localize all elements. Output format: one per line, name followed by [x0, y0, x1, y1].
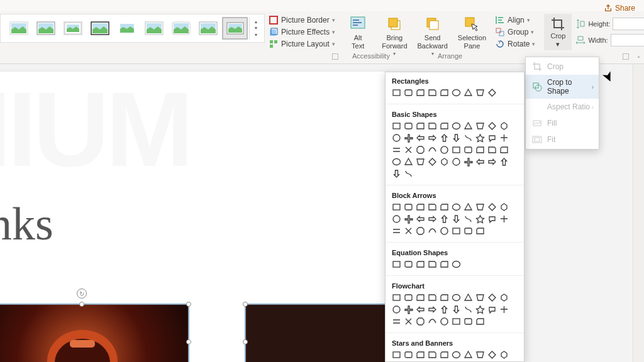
- shape-option[interactable]: [474, 87, 486, 99]
- align-button[interactable]: Align ▾: [495, 15, 535, 25]
- shape-option[interactable]: [486, 120, 498, 132]
- shape-option[interactable]: [498, 144, 510, 156]
- size-dialog-launcher[interactable]: [623, 53, 629, 60]
- shape-option[interactable]: [391, 120, 402, 132]
- shape-option[interactable]: [450, 258, 462, 270]
- shape-option[interactable]: [391, 304, 402, 315]
- shape-option[interactable]: [486, 292, 498, 304]
- shape-option[interactable]: [486, 213, 498, 225]
- shape-option[interactable]: [391, 315, 402, 327]
- picture-style-thumb[interactable]: [33, 17, 58, 40]
- shape-option[interactable]: [450, 292, 462, 304]
- shape-option[interactable]: [438, 87, 450, 99]
- shape-option[interactable]: [402, 258, 414, 270]
- shape-option[interactable]: [462, 87, 474, 99]
- shape-option[interactable]: [438, 144, 450, 156]
- shape-option[interactable]: [474, 201, 486, 213]
- shape-option[interactable]: [450, 225, 462, 237]
- shape-option[interactable]: [402, 315, 414, 327]
- shape-option[interactable]: [498, 304, 510, 315]
- send-backward-button[interactable]: Send Backward▾: [413, 14, 453, 58]
- shape-option[interactable]: [450, 87, 462, 99]
- resize-handle[interactable]: [186, 302, 191, 307]
- shape-option[interactable]: [450, 156, 462, 168]
- shape-option[interactable]: [462, 213, 474, 225]
- shape-option[interactable]: [426, 120, 438, 132]
- shape-option[interactable]: [462, 292, 474, 304]
- shape-option[interactable]: [438, 349, 450, 361]
- shape-option[interactable]: [414, 156, 426, 168]
- shape-option[interactable]: [498, 349, 510, 361]
- shape-option[interactable]: [474, 315, 486, 327]
- picture-styles-gallery[interactable]: ▴▾▾: [0, 14, 265, 43]
- resize-handle[interactable]: [243, 302, 248, 307]
- shape-option[interactable]: [438, 132, 450, 144]
- shape-option[interactable]: [438, 120, 450, 132]
- picture-border-button[interactable]: Picture Border ▾: [269, 15, 335, 25]
- shape-option[interactable]: [450, 213, 462, 225]
- shape-option[interactable]: [426, 201, 438, 213]
- shape-option[interactable]: [474, 304, 486, 315]
- shape-option[interactable]: [474, 120, 486, 132]
- picture-style-thumb[interactable]: [168, 17, 194, 40]
- shape-option[interactable]: [486, 132, 498, 144]
- vertical-scrollbar[interactable]: [633, 64, 644, 362]
- shape-option[interactable]: [486, 144, 498, 156]
- shape-option[interactable]: [486, 87, 498, 99]
- shape-option[interactable]: [462, 225, 474, 237]
- shape-option[interactable]: [438, 304, 450, 315]
- shape-option[interactable]: [474, 225, 486, 237]
- shape-option[interactable]: [462, 201, 474, 213]
- shape-option[interactable]: [450, 349, 462, 361]
- shape-option[interactable]: [486, 201, 498, 213]
- shape-option[interactable]: [438, 258, 450, 270]
- shape-option[interactable]: [498, 132, 510, 144]
- shape-option[interactable]: [462, 349, 474, 361]
- bring-forward-button[interactable]: Bring Forward▾: [377, 14, 412, 58]
- shape-option[interactable]: [438, 292, 450, 304]
- resize-handle[interactable]: [243, 339, 248, 344]
- shape-option[interactable]: [414, 87, 426, 99]
- shape-option[interactable]: [438, 225, 450, 237]
- shape-option[interactable]: [438, 315, 450, 327]
- selection-pane-button[interactable]: Selection Pane: [453, 14, 491, 51]
- shape-option[interactable]: [450, 304, 462, 315]
- picture-styles-dialog-launcher[interactable]: [332, 53, 338, 60]
- shape-option[interactable]: [474, 144, 486, 156]
- shape-option[interactable]: [414, 225, 426, 237]
- picture-style-thumb[interactable]: [114, 17, 140, 40]
- shape-option[interactable]: [402, 349, 414, 361]
- shape-option[interactable]: [414, 201, 426, 213]
- shape-option[interactable]: [391, 349, 402, 361]
- shape-option[interactable]: [402, 87, 414, 99]
- shape-option[interactable]: [486, 349, 498, 361]
- shape-option[interactable]: [414, 304, 426, 315]
- shape-option[interactable]: [391, 87, 402, 99]
- shape-option[interactable]: [474, 132, 486, 144]
- resize-handle[interactable]: [186, 339, 191, 344]
- shape-option[interactable]: [402, 225, 414, 237]
- collapse-ribbon-button[interactable]: ˄: [637, 55, 640, 62]
- shape-option[interactable]: [462, 120, 474, 132]
- shape-option[interactable]: [450, 144, 462, 156]
- shape-option[interactable]: [426, 144, 438, 156]
- shape-option[interactable]: [402, 132, 414, 144]
- shape-option[interactable]: [391, 213, 402, 225]
- width-input[interactable]: [611, 34, 644, 47]
- shape-option[interactable]: [498, 201, 510, 213]
- shape-option[interactable]: [498, 292, 510, 304]
- shape-option[interactable]: [474, 349, 486, 361]
- picture-layout-button[interactable]: Picture Layout ▾: [269, 39, 335, 49]
- group-button[interactable]: Group ▾: [495, 27, 535, 37]
- shape-option[interactable]: [426, 258, 438, 270]
- shape-option[interactable]: [414, 258, 426, 270]
- shape-option[interactable]: [426, 225, 438, 237]
- shape-option[interactable]: [474, 156, 486, 168]
- shape-option[interactable]: [498, 156, 510, 168]
- shape-option[interactable]: [474, 213, 486, 225]
- shape-option[interactable]: [414, 349, 426, 361]
- picture-style-thumb[interactable]: [6, 17, 31, 40]
- shape-option[interactable]: [402, 120, 414, 132]
- shape-option[interactable]: [438, 201, 450, 213]
- shape-option[interactable]: [474, 292, 486, 304]
